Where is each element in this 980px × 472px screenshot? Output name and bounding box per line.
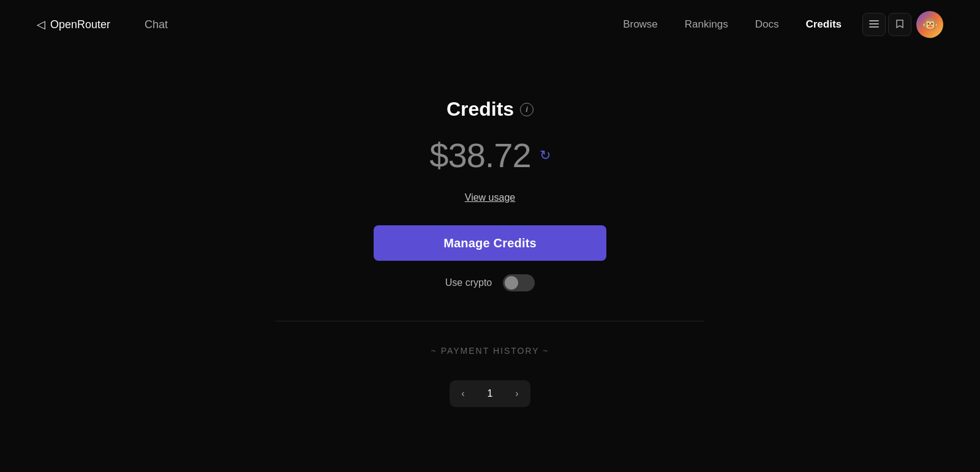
credits-title-row: Credits i [447,98,533,121]
page-title: Credits [447,98,514,121]
nav-links: Browse Rankings Docs Credits [612,13,853,36]
bookmark-button[interactable] [888,13,911,36]
nav-actions: 🐵 [862,11,943,38]
nav-chat-link[interactable]: Chat [135,13,178,36]
nav-link-browse[interactable]: Browse [612,13,669,36]
crypto-label: Use crypto [445,277,492,288]
nav-link-credits[interactable]: Credits [794,13,853,36]
svg-rect-0 [869,20,879,21]
nav-link-rankings[interactable]: Rankings [674,13,739,36]
menu-button[interactable] [862,13,886,36]
info-icon[interactable]: i [520,103,533,116]
logo-text: OpenRouter [50,18,110,31]
svg-rect-1 [869,23,879,24]
prev-page-button[interactable]: ‹ [450,380,477,407]
toggle-knob [505,276,518,290]
logo-icon: ◁ [37,18,45,31]
logo[interactable]: ◁ OpenRouter [37,18,110,31]
current-page-number: 1 [477,380,503,407]
refresh-icon[interactable]: ↻ [540,148,551,163]
nav-link-docs[interactable]: Docs [744,13,790,36]
payment-history-label: ~ PAYMENT HISTORY ~ [431,346,549,356]
view-usage-link[interactable]: View usage [465,192,515,203]
pagination: ‹ 1 › [450,380,530,407]
manage-credits-button[interactable]: Manage Credits [374,225,606,261]
main-content: Credits i $38.72 ↻ View usage Manage Cre… [0,49,980,407]
avatar[interactable]: 🐵 [916,11,943,38]
navbar: ◁ OpenRouter Chat Browse Rankings Docs C… [0,0,980,49]
menu-icon [869,20,879,29]
bookmark-icon [895,19,904,31]
next-page-button[interactable]: › [503,380,530,407]
credits-amount-row: $38.72 ↻ [429,135,550,175]
credits-amount: $38.72 [429,135,530,175]
info-icon-label: i [526,105,528,114]
section-divider [276,321,704,321]
avatar-emoji: 🐵 [922,17,938,32]
crypto-row: Use crypto [445,274,535,291]
svg-rect-2 [869,26,879,28]
use-crypto-toggle[interactable] [503,274,535,291]
